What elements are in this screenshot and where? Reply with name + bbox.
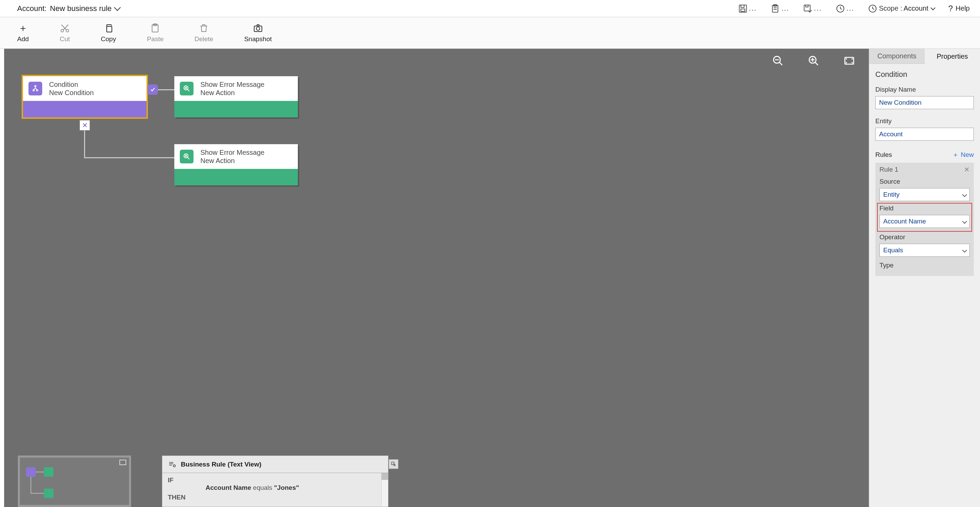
entity-input[interactable]: [875, 128, 974, 141]
field-highlight: Field: [877, 203, 972, 231]
new-rule-button[interactable]: ＋ New: [952, 150, 974, 159]
delete-label: Delete: [194, 35, 213, 43]
chevron-down-icon: [930, 5, 935, 10]
title-prefix: Account:: [17, 4, 47, 13]
add-button[interactable]: ＋ Add: [17, 23, 29, 43]
cut-label: Cut: [60, 35, 70, 43]
svg-point-13: [256, 27, 260, 30]
display-name-label: Display Name: [875, 86, 974, 93]
fit-button[interactable]: [843, 55, 855, 67]
plus-icon: ＋: [18, 23, 28, 33]
scope-icon: [868, 4, 877, 13]
field-select[interactable]: [880, 215, 970, 228]
node-subtitle: New Action: [200, 156, 264, 165]
tab-properties[interactable]: Properties: [925, 49, 980, 64]
minimap-node: [44, 467, 54, 477]
canvas[interactable]: Condition New Condition ✕ Show Error Mes…: [4, 49, 869, 507]
operator-select[interactable]: [880, 244, 970, 257]
header-bar: Account: New business rule ... ... ... .…: [0, 0, 980, 17]
tab-components[interactable]: Components: [869, 49, 925, 64]
error-message-icon: [180, 82, 194, 96]
svg-rect-4: [804, 5, 810, 11]
snapshot-button[interactable]: Snapshot: [244, 23, 272, 43]
page-title[interactable]: Account: New business rule: [17, 4, 120, 13]
svg-point-18: [33, 89, 34, 91]
header-actions: ... ... ... ... Scope : Account ? Help: [738, 4, 970, 13]
node-title: Show Error Message: [200, 80, 264, 89]
trash-icon: [199, 23, 209, 33]
validate-button[interactable]: ...: [770, 4, 789, 13]
save-icon: [738, 4, 748, 13]
svg-rect-1: [741, 9, 745, 11]
saveas-button[interactable]: ...: [803, 4, 822, 13]
zoom-in-button[interactable]: [808, 55, 819, 67]
node-title: Show Error Message: [200, 148, 264, 156]
minimap-node: [44, 488, 54, 498]
tv-condition-line: Account Name equals "Jones": [205, 484, 383, 491]
title-text: New business rule: [50, 4, 112, 13]
save-button[interactable]: ...: [738, 4, 757, 13]
copy-icon: [103, 23, 114, 33]
section-title: Condition: [875, 70, 974, 79]
action-true-node[interactable]: Show Error Message New Action: [174, 76, 298, 117]
operator-label: Operator: [880, 233, 970, 241]
svg-rect-9: [107, 26, 112, 32]
edge-false-v: [84, 127, 85, 158]
cut-button[interactable]: Cut: [60, 23, 70, 43]
copy-button[interactable]: Copy: [101, 23, 116, 43]
properties-panel: Components Properties Condition Display …: [869, 49, 980, 507]
text-view-icon: [168, 460, 176, 469]
tv-then: THEN: [168, 494, 383, 501]
svg-point-19: [37, 89, 38, 91]
node-subtitle: New Action: [200, 89, 264, 97]
minimap[interactable]: [18, 456, 131, 507]
toolbar: ＋ Add Cut Copy Paste Delete Snapshot: [0, 17, 980, 49]
node-title: Condition: [49, 80, 94, 89]
cut-icon: [60, 23, 70, 33]
camera-icon: [253, 23, 263, 33]
svg-point-8: [66, 29, 69, 32]
close-icon[interactable]: ✕: [964, 166, 970, 174]
clipboard-icon: [770, 4, 780, 13]
source-select[interactable]: [880, 188, 970, 201]
rule-card: Rule 1 ✕ Source Field: [875, 163, 974, 276]
popout-icon[interactable]: [389, 459, 398, 469]
help-icon: ?: [948, 4, 953, 13]
condition-icon: [29, 82, 42, 96]
rules-label: Rules: [875, 151, 892, 159]
scope-selector[interactable]: Scope : Account: [868, 4, 934, 13]
text-view-panel: Business Rule (Text View) IF Account Nam…: [162, 456, 388, 507]
help-button[interactable]: ? Help: [948, 4, 970, 13]
edge-false-h: [84, 157, 174, 158]
paste-label: Paste: [147, 35, 164, 43]
svg-point-23: [173, 465, 175, 467]
chevron-down-icon: [114, 4, 121, 11]
help-label: Help: [956, 5, 970, 12]
delete-button[interactable]: Delete: [194, 23, 213, 43]
add-label: Add: [17, 35, 29, 43]
type-label: Type: [880, 261, 970, 269]
false-branch-icon: ✕: [80, 120, 90, 131]
action-false-node[interactable]: Show Error Message New Action: [174, 144, 298, 185]
scope-value: Account: [904, 5, 928, 12]
svg-point-7: [61, 29, 64, 32]
zoom-out-button[interactable]: [772, 55, 784, 67]
node-subtitle: New Condition: [49, 89, 94, 97]
svg-point-17: [35, 86, 36, 87]
rule-title: Rule 1: [880, 166, 898, 173]
scope-label: Scope :: [879, 5, 902, 12]
condition-node[interactable]: Condition New Condition: [23, 76, 146, 117]
activate-button[interactable]: ...: [835, 4, 854, 13]
source-label: Source: [880, 178, 970, 185]
snapshot-label: Snapshot: [244, 35, 272, 43]
tv-if: IF: [168, 477, 383, 484]
save-as-icon: [803, 4, 813, 13]
paste-button[interactable]: Paste: [147, 23, 164, 43]
text-view-title: Business Rule (Text View): [181, 461, 261, 468]
paste-icon: [150, 23, 160, 33]
clock-icon: [835, 4, 845, 13]
expand-icon[interactable]: [119, 460, 126, 465]
display-name-input[interactable]: [875, 96, 974, 109]
scrollbar-up-icon[interactable]: [382, 473, 388, 480]
scrollbar[interactable]: [381, 473, 388, 507]
